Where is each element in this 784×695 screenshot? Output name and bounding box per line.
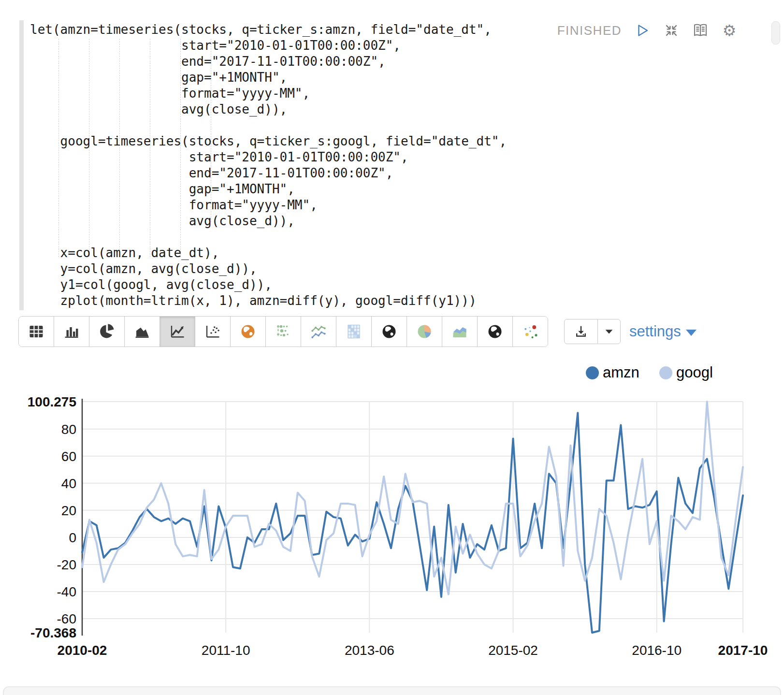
chart-type-scatter-chart[interactable]: [195, 317, 231, 347]
svg-text:2016-10: 2016-10: [632, 643, 682, 658]
chart-type-world-map-2[interactable]: [478, 317, 513, 347]
svg-text:2011-10: 2011-10: [202, 643, 250, 658]
download-button[interactable]: [565, 319, 598, 344]
run-icon[interactable]: [634, 22, 651, 39]
chart-type-stream-area-chart[interactable]: [442, 317, 478, 347]
code-editor[interactable]: let(amzn=timeseries(stocks, q=ticker_s:a…: [30, 22, 507, 309]
chart-type-bubble-scatter[interactable]: [513, 317, 548, 347]
paragraph-gutter: [19, 20, 24, 310]
svg-text:100.275: 100.275: [28, 394, 76, 409]
svg-text:2010-02: 2010-02: [58, 643, 107, 658]
svg-text:2017-10: 2017-10: [718, 643, 768, 658]
chart-type-multi-line-chart[interactable]: [301, 317, 336, 347]
svg-text:-20: -20: [57, 557, 76, 572]
settings-label: settings: [629, 323, 681, 340]
chart-type-pie-chart[interactable]: [89, 317, 125, 347]
status-badge: FINISHED: [557, 23, 622, 38]
svg-text:2015-02: 2015-02: [488, 643, 538, 658]
svg-text:-40: -40: [57, 584, 76, 599]
chart-type-toolbar: [18, 316, 548, 347]
svg-text:60: 60: [61, 449, 76, 464]
download-options-caret[interactable]: [598, 319, 620, 344]
chart-type-pastel-pie-chart[interactable]: [407, 317, 442, 347]
editor-scrollbar[interactable]: [771, 21, 780, 44]
gear-icon[interactable]: ⚙: [721, 22, 738, 39]
chart-type-world-map[interactable]: [372, 317, 407, 347]
collapse-icon[interactable]: [663, 22, 680, 39]
download-split-button: [564, 319, 621, 344]
svg-text:80: 80: [61, 422, 76, 437]
paragraph-controls: FINISHED ⚙: [557, 22, 738, 39]
svg-text:40: 40: [61, 476, 76, 491]
chart-type-line-chart[interactable]: [160, 317, 195, 347]
bottom-bar: [3, 686, 781, 695]
svg-text:-60: -60: [57, 611, 76, 626]
chart-type-bar-chart[interactable]: [54, 317, 89, 347]
diff-line-chart: 100.275806040200-20-40-60-70.3682010-022…: [0, 353, 784, 681]
chart-type-table[interactable]: [19, 317, 54, 347]
chart-type-heatmap-grid[interactable]: [336, 317, 372, 347]
svg-text:-70.368: -70.368: [30, 625, 76, 640]
svg-text:2013-06: 2013-06: [345, 643, 394, 658]
chart-type-dot-grid[interactable]: [266, 317, 301, 347]
chevron-down-icon: [686, 330, 697, 336]
svg-text:0: 0: [69, 530, 76, 545]
svg-text:20: 20: [61, 503, 76, 518]
settings-toggle[interactable]: settings: [629, 323, 697, 340]
chart-type-area-chart[interactable]: [125, 317, 160, 347]
chart-type-globe-map[interactable]: [231, 317, 266, 347]
book-icon[interactable]: [692, 22, 709, 39]
